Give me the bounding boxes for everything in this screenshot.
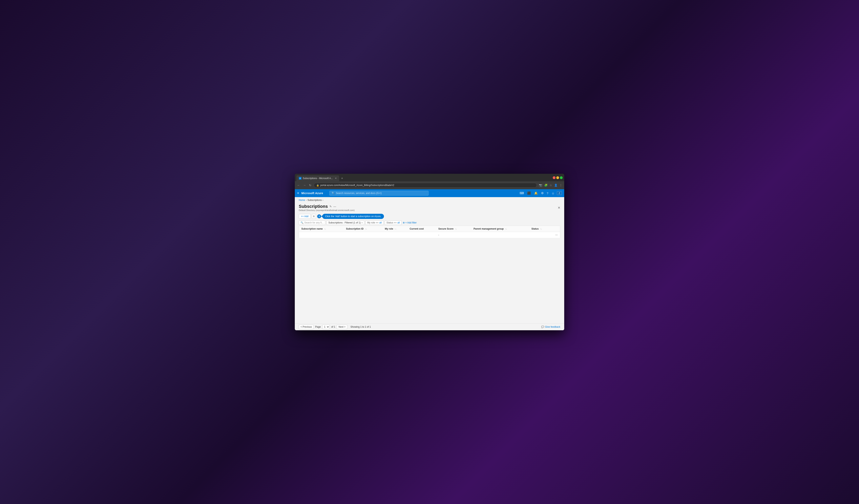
row-cost bbox=[407, 232, 436, 238]
feedback-icon[interactable]: ☺ bbox=[551, 191, 555, 196]
browser-window: A Subscriptions - Microsoft A... ✕ + ← →… bbox=[295, 174, 564, 330]
address-bar: ← → ↻ 🔒 portal.azure.com/#view/Microsoft… bbox=[295, 181, 564, 189]
new-tab-button[interactable]: + bbox=[340, 176, 344, 181]
page-label: Page bbox=[315, 325, 321, 328]
active-tab[interactable]: A Subscriptions - Microsoft A... ✕ bbox=[296, 175, 339, 181]
next-page-button[interactable]: Next > bbox=[337, 325, 347, 329]
col-status-label: Status bbox=[531, 227, 539, 230]
next-label: Next > bbox=[338, 325, 346, 328]
col-name-sort: ↑↓ bbox=[324, 228, 326, 230]
col-id[interactable]: Subscription ID ↑↓ bbox=[344, 226, 382, 232]
col-role[interactable]: My role ↑↓ bbox=[382, 226, 407, 232]
back-button[interactable]: ← bbox=[296, 183, 301, 187]
page-title-row: Subscriptions ✎ — bbox=[299, 204, 355, 209]
star-icon[interactable]: ☆ bbox=[549, 183, 553, 187]
breadcrumb-separator2: › bbox=[322, 199, 323, 201]
col-score-label: Secure Score bbox=[438, 227, 453, 230]
table-row: - ⋯ bbox=[299, 232, 560, 238]
profile-button[interactable]: Z bbox=[557, 192, 562, 195]
subscriptions-filter-chip[interactable]: Subscriptions : Filtered (1 of 1) ▾ bbox=[327, 220, 364, 225]
tooltip-text: Click the 'Add' button to start a subscr… bbox=[325, 215, 381, 218]
col-score-sort: ↑↓ bbox=[455, 228, 457, 230]
page-subtitle: Default Directory (zeynepc4ctesthotmail.… bbox=[299, 209, 355, 211]
page-select[interactable]: 1 bbox=[322, 325, 330, 329]
breadcrumb: Home › Subscriptions › bbox=[295, 197, 564, 203]
col-id-label: Subscription ID bbox=[346, 227, 364, 230]
search-icon: 🔍 bbox=[301, 221, 303, 224]
col-mgmt-label: Parent management group bbox=[473, 227, 503, 230]
url-text: portal.azure.com/#view/Microsoft_Azure_B… bbox=[320, 184, 394, 187]
breadcrumb-home[interactable]: Home bbox=[299, 199, 305, 201]
settings-icon[interactable]: ⚙ bbox=[540, 190, 544, 196]
edit-icon[interactable]: ✎ bbox=[330, 205, 332, 208]
help-icon[interactable]: ? bbox=[546, 191, 549, 196]
add-button[interactable]: + + Add bbox=[299, 214, 311, 219]
window-controls bbox=[553, 176, 563, 180]
page-title-section: Subscriptions ✎ — Default Directory (zey… bbox=[299, 204, 355, 211]
prev-page-button[interactable]: < Previous bbox=[299, 325, 314, 329]
add-filter-button[interactable]: ⊕ + Add filter bbox=[403, 221, 417, 224]
col-mgmt[interactable]: Parent management group ↑↓ bbox=[471, 226, 529, 232]
give-feedback-button[interactable]: 💬 Give feedback bbox=[541, 325, 560, 328]
prev-label: < Previous bbox=[301, 325, 312, 328]
page-title: Subscriptions bbox=[299, 204, 328, 209]
col-cost-label: Current cost bbox=[410, 227, 424, 230]
row-score: - bbox=[436, 232, 471, 238]
close-window-button[interactable] bbox=[553, 176, 556, 179]
azure-search-bar[interactable]: 🔍 Search resources, services, and docs (… bbox=[330, 191, 428, 196]
bell-icon[interactable]: 🔔 bbox=[533, 190, 539, 196]
maximize-window-button[interactable] bbox=[560, 176, 563, 179]
search-placeholder: Search resources, services, and docs (G+… bbox=[336, 192, 381, 195]
forward-button[interactable]: → bbox=[302, 183, 307, 187]
profile-icon[interactable]: 👤 bbox=[554, 183, 558, 187]
row-more-button[interactable]: ⋯ bbox=[552, 232, 560, 238]
search-placeholder-text: Search for any fi... bbox=[304, 221, 323, 224]
search-icon: 🔍 bbox=[332, 192, 335, 195]
role-filter-label: My role == bbox=[367, 221, 379, 224]
col-status[interactable]: Status ↑↓ bbox=[529, 226, 552, 232]
lock-icon: 🔒 bbox=[316, 184, 319, 187]
copy-button[interactable]: ⎘ bbox=[312, 214, 316, 219]
breadcrumb-current: Subscriptions bbox=[307, 199, 322, 201]
role-filter-chip[interactable]: My role == all bbox=[365, 220, 383, 225]
add-filter-icon: ⊕ bbox=[403, 221, 405, 224]
tab-close-button[interactable]: ✕ bbox=[335, 177, 337, 180]
cloud-shell-icon[interactable]: ⌨ bbox=[519, 190, 525, 196]
address-actions: 📷 🧩 ☆ 👤 ⋮ bbox=[539, 183, 563, 187]
status-filter-label: Status == bbox=[387, 221, 397, 224]
refresh-button[interactable]: ↻ bbox=[308, 183, 312, 187]
row-id bbox=[344, 232, 382, 238]
col-name-label: Subscription name bbox=[301, 227, 323, 230]
menu-icon[interactable]: ⋮ bbox=[559, 183, 563, 187]
row-name bbox=[299, 232, 344, 238]
subscriptions-filter-text: Subscriptions : Filtered (1 of 1) bbox=[328, 221, 361, 224]
status-filter-chip[interactable]: Status == all bbox=[385, 220, 402, 225]
col-mgmt-sort: ↑↓ bbox=[505, 228, 507, 230]
more-icon[interactable]: — bbox=[333, 205, 336, 208]
col-name[interactable]: Subscription name ↑↓ bbox=[299, 226, 344, 232]
col-score[interactable]: Secure Score ↑↓ bbox=[436, 226, 471, 232]
add-filter-label: + Add filter bbox=[405, 221, 417, 224]
toolbar: + + Add ⎘ 3 Click the 'Add' button to st… bbox=[295, 213, 564, 220]
search-input[interactable]: 🔍 Search for any fi... bbox=[299, 220, 325, 225]
minimize-window-button[interactable] bbox=[556, 176, 559, 179]
col-status-sort: ↑↓ bbox=[540, 228, 542, 230]
add-label: + Add bbox=[302, 215, 308, 218]
hamburger-icon[interactable]: ≡ bbox=[297, 192, 299, 195]
step-number: 3 bbox=[319, 215, 320, 217]
directory-icon[interactable]: ⬛ bbox=[526, 190, 532, 196]
azure-logo: Microsoft Azure bbox=[301, 192, 323, 195]
tooltip-bubble: Click the 'Add' button to start a subscr… bbox=[322, 214, 384, 219]
screenshot-icon[interactable]: 📷 bbox=[539, 183, 543, 187]
showing-text: Showing 1 to 1 of 1 bbox=[350, 325, 371, 328]
row-mgmt bbox=[471, 232, 529, 238]
extension-icon[interactable]: 🧩 bbox=[544, 183, 548, 187]
filter-dropdown-icon: ▾ bbox=[362, 222, 363, 224]
col-cost: Current cost bbox=[407, 226, 436, 232]
status-filter-value: all bbox=[397, 221, 400, 224]
page-close-button[interactable]: ✕ bbox=[558, 206, 560, 210]
feedback-label: Give feedback bbox=[545, 325, 560, 328]
url-field[interactable]: 🔒 portal.azure.com/#view/Microsoft_Azure… bbox=[314, 183, 537, 188]
main-content: Home › Subscriptions › Subscriptions ✎ —… bbox=[295, 197, 564, 330]
add-icon: + bbox=[301, 215, 302, 218]
